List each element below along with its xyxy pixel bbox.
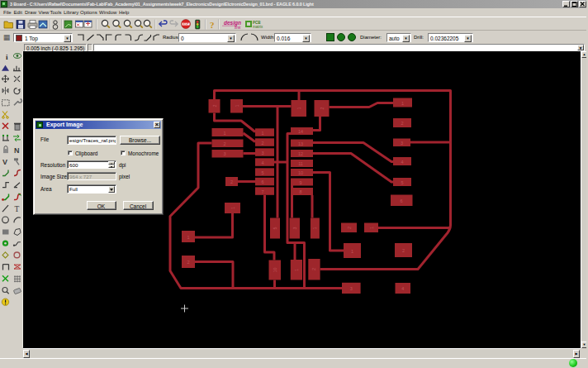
svg-text:3: 3 [292,227,297,229]
svg-text:2: 2 [230,179,233,184]
svg-text:3: 3 [223,151,225,156]
svg-text:11: 11 [298,161,303,166]
svg-text:1: 1 [369,227,374,229]
svg-text:5: 5 [273,227,277,229]
svg-text:i: i [6,53,8,61]
svg-text:6: 6 [261,179,263,184]
svg-text:2: 2 [187,260,189,265]
svg-text:matrix: matrix [253,25,263,29]
svg-text:5: 5 [401,180,403,185]
svg-text:10: 10 [298,170,303,175]
svg-text:7: 7 [261,189,263,194]
svg-text:link: link [235,25,241,30]
svg-text:1: 1 [401,101,404,106]
svg-text:4: 4 [401,286,404,291]
svg-text:1: 1 [261,131,263,136]
svg-text:1: 1 [230,207,235,209]
svg-text:T: T [15,205,20,213]
svg-text:2: 2 [223,141,225,146]
svg-text:5: 5 [261,170,263,175]
svg-text:STOP: STOP [183,22,188,26]
svg-text:V: V [2,158,7,166]
svg-text:6: 6 [400,198,402,203]
svg-text:3: 3 [350,286,353,291]
svg-text:12: 12 [298,151,303,156]
svg-text:2: 2 [401,121,403,126]
svg-text:1: 1 [351,249,353,254]
svg-text:1: 1 [312,227,317,229]
svg-text:2: 2 [402,248,405,253]
svg-text:8: 8 [299,189,301,194]
svg-text:3: 3 [261,151,263,155]
svg-text:1: 1 [296,107,301,109]
svg-text:2: 2 [212,104,217,107]
svg-text:13: 13 [298,141,303,146]
svg-text:1: 1 [187,235,189,240]
svg-text:2: 2 [261,141,263,146]
svg-text:2: 2 [311,268,316,270]
svg-text:1: 1 [294,269,299,271]
svg-text:2: 2 [320,107,325,109]
svg-text:14: 14 [298,129,303,134]
svg-text:3: 3 [401,141,403,146]
svg-text:9: 9 [299,180,301,185]
svg-text:2: 2 [347,227,352,229]
svg-text:10: 10 [273,267,277,272]
svg-text:1: 1 [235,104,239,107]
svg-text:1: 1 [223,131,225,136]
svg-text:4: 4 [401,160,403,165]
svg-text:N: N [14,146,20,155]
svg-text:?: ? [210,20,215,30]
svg-text:4: 4 [261,160,263,165]
